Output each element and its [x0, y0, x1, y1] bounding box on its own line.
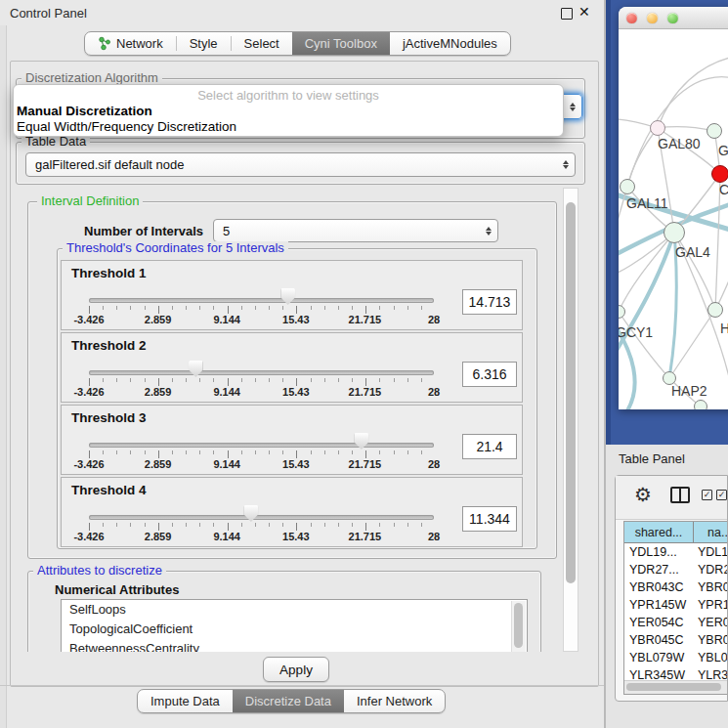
checkbox-icon[interactable]: ✓	[716, 490, 727, 500]
network-node-ga[interactable]	[707, 123, 722, 139]
table-row[interactable]: YPR145WYPR1	[624, 596, 727, 614]
tick-label: 15.43	[282, 531, 310, 542]
cell: YBL079W	[624, 651, 694, 664]
tab-network[interactable]: Network	[85, 32, 176, 55]
tab-jactivemnodules-label: jActiveMNodules	[403, 36, 497, 51]
tick-label: 21.715	[349, 386, 382, 398]
network-window[interactable]: GAL80 GA C GAL11 GAL4 GCY1 H HAP2	[619, 7, 728, 409]
tab-impute-data[interactable]: Impute Data	[138, 690, 233, 712]
threshold-3-label: Threshold 3	[71, 410, 147, 425]
settings-scrollbar-thumb[interactable]	[566, 202, 576, 583]
table-body: YDL19...YDL1 YDR27...YDR2 YBR043CYBR0 YP…	[624, 543, 727, 681]
network-node-partial[interactable]	[694, 400, 707, 409]
table-data-label: Table Data	[21, 135, 90, 149]
columns-icon[interactable]	[670, 487, 690, 503]
checkbox-icon[interactable]: ✓	[702, 490, 712, 500]
table-row[interactable]: YDR27...YDR2	[624, 561, 727, 578]
slider-ticks	[89, 523, 435, 531]
tab-select-label: Select	[244, 36, 279, 51]
tab-cyni-toolbox[interactable]: Cyni Toolbox	[292, 32, 390, 55]
table-row[interactable]: YBR043CYBR0	[624, 578, 727, 596]
number-of-intervals-combobox[interactable]: 5	[213, 219, 498, 242]
network-window-titlebar[interactable]	[619, 7, 728, 29]
slider-ticks	[89, 378, 435, 386]
column-header-shared-name[interactable]: shared...	[624, 522, 694, 543]
network-node-h[interactable]	[707, 302, 723, 318]
network-node-red[interactable]	[711, 165, 728, 183]
settings-scrollbar[interactable]	[563, 188, 578, 652]
settings-scroll-viewport: Interval Definition Number of Intervals …	[16, 188, 563, 652]
cell: YDR27...	[624, 563, 694, 577]
column-header-name[interactable]: na...	[694, 522, 727, 543]
tab-select[interactable]: Select	[232, 32, 292, 55]
gear-icon[interactable]: ⚙	[634, 485, 652, 504]
threshold-4-label: Threshold 4	[71, 483, 147, 497]
algorithm-placeholder: Select algorithm to view settings	[14, 88, 563, 103]
algorithm-dropdown-popup: Select algorithm to view settings Manual…	[13, 84, 564, 137]
threshold-1-panel: Threshold 1 -3.426 2.859 9.144 15.43 21.…	[61, 260, 523, 330]
threshold-3-slider-thumb[interactable]	[354, 433, 368, 450]
apply-button[interactable]: Apply	[263, 657, 329, 682]
tab-jactivemnodules[interactable]: jActiveMNodules	[390, 32, 510, 55]
list-item[interactable]: BetweennessCentrality	[62, 639, 527, 652]
tab-infer-network-label: Infer Network	[357, 694, 432, 708]
tab-discretize-data[interactable]: Discretize Data	[233, 690, 344, 712]
list-item[interactable]: TopologicalCoefficient	[62, 620, 527, 639]
thresholds-group-label: Threshold's Coordinates for 5 Intervals	[63, 241, 288, 255]
table-horizontal-scrollbar-thumb[interactable]	[626, 683, 721, 691]
tick-label: -3.426	[73, 458, 104, 470]
cell: YDL1	[694, 545, 727, 559]
cell: YER0	[694, 616, 727, 629]
cell: YPR1	[694, 598, 727, 612]
cell: YPR145W	[624, 598, 694, 612]
panel-left-edge	[0, 25, 7, 728]
tick-label: 28	[428, 458, 440, 470]
table-row[interactable]: YDL19...YDL1	[624, 543, 727, 561]
tab-style[interactable]: Style	[177, 32, 231, 55]
threshold-1-slider-thumb[interactable]	[280, 288, 295, 305]
list-item[interactable]: SelfLoops	[62, 600, 527, 620]
float-window-icon[interactable]	[561, 8, 573, 20]
table-row[interactable]: YER054CYER0	[624, 614, 727, 631]
list-scrollbar[interactable]	[511, 601, 526, 652]
tick-label: 28	[428, 386, 440, 398]
network-node-gal80[interactable]	[650, 120, 665, 136]
control-panel-tabs: Network Style Select Cyni Toolbox jActiv…	[84, 31, 511, 56]
table-row[interactable]: YLR345WYLR3	[624, 666, 727, 681]
threshold-4-slider	[89, 505, 434, 523]
network-node-gal11[interactable]	[620, 179, 635, 194]
threshold-2-value-field[interactable]	[462, 362, 517, 387]
table-horizontal-scrollbar[interactable]	[624, 680, 727, 694]
tab-infer-network[interactable]: Infer Network	[344, 690, 445, 712]
close-traffic-light[interactable]	[626, 13, 637, 23]
node-label-gcy1: GCY1	[619, 324, 653, 340]
threshold-4-slider-thumb[interactable]	[243, 505, 258, 522]
attributes-group-label: Attributes to discretize	[33, 564, 166, 578]
threshold-1-value-field[interactable]	[462, 289, 517, 315]
algorithm-option-equal-width[interactable]: Equal Width/Frequency Discretization	[17, 119, 236, 134]
table-row[interactable]: YBR045CYBR0	[624, 631, 727, 649]
node-label-gal4: GAL4	[675, 244, 710, 260]
minimize-traffic-light[interactable]	[647, 13, 658, 23]
screenshot-root: Control Panel ✕ Network S	[0, 0, 728, 728]
network-node-gal4[interactable]	[664, 222, 685, 243]
threshold-2-slider-thumb[interactable]	[189, 361, 203, 377]
node-label-h: H	[720, 321, 728, 336]
threshold-3-value-field[interactable]	[462, 434, 517, 459]
tick-label: 2.859	[145, 314, 172, 325]
cell: YBR0	[694, 580, 727, 594]
network-canvas[interactable]: GAL80 GA C GAL11 GAL4 GCY1 H HAP2	[619, 29, 728, 409]
threshold-2-slider	[89, 361, 434, 378]
cell: YBL0	[694, 651, 727, 664]
algorithm-option-manual[interactable]: Manual Discretization	[17, 104, 152, 118]
close-icon[interactable]: ✕	[578, 4, 590, 20]
cell: YDR2	[694, 563, 727, 577]
table-row[interactable]: YBL079WYBL0	[624, 649, 727, 666]
threshold-4-value-field[interactable]	[462, 506, 517, 532]
table-data-combobox-value: galFiltered.sif default node	[35, 157, 557, 172]
discretization-algorithm-label: Discretization Algorithm	[21, 71, 162, 85]
table-data-combobox[interactable]: galFiltered.sif default node	[25, 152, 576, 177]
zoom-traffic-light[interactable]	[667, 13, 678, 23]
slider-scale: -3.426 2.859 9.144 15.43 21.715 28	[89, 386, 434, 398]
threshold-1-label: Threshold 1	[71, 266, 147, 280]
